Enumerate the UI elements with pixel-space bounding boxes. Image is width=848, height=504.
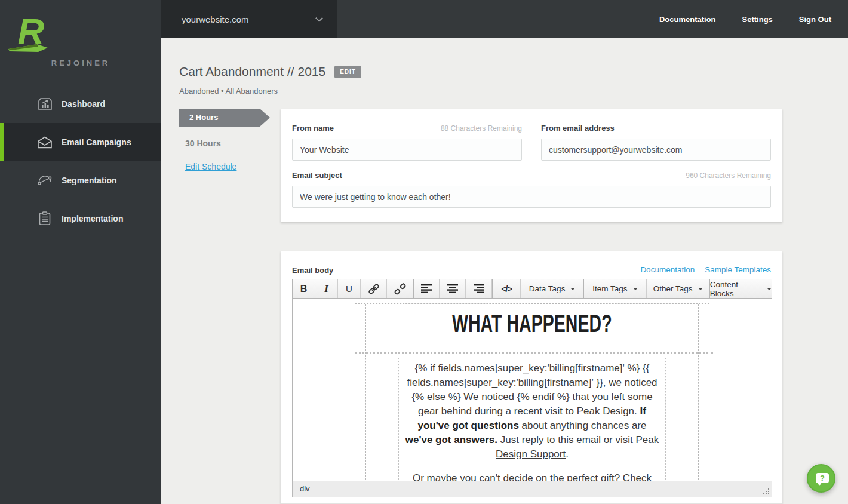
sidebar: R REJOINER Dashboard [0, 0, 161, 504]
page-title-row: Cart Abandonment // 2015 EDIT [179, 64, 361, 79]
remove-link-button[interactable] [387, 279, 413, 298]
page-title: Cart Abandonment // 2015 [179, 64, 325, 79]
site-selector-dropdown[interactable]: yourwebsite.com [161, 0, 337, 38]
from-email-label: From email address [541, 124, 615, 133]
caret-down-icon [633, 288, 638, 290]
align-right-button[interactable] [466, 279, 492, 298]
editor-toolbar: B I U [292, 279, 772, 299]
chat-bubble-icon: ? [816, 473, 829, 483]
other-tags-dropdown[interactable]: Other Tags [647, 279, 709, 298]
sidebar-item-label: Dashboard [62, 99, 105, 109]
rejoiner-logo-icon[interactable]: R [0, 10, 161, 57]
body-text: . [566, 448, 569, 460]
template-divider [355, 352, 713, 354]
data-tags-label: Data Tags [529, 284, 566, 293]
email-body-editor[interactable]: WHAT HAPPENED? {% if fields.names|super_… [292, 299, 772, 481]
page-subtitle: Abandoned • All Abandoners [179, 87, 278, 96]
edit-schedule-link[interactable]: Edit Schedule [185, 162, 236, 171]
template-heading-block: WHAT HAPPENED? [366, 312, 698, 334]
element-path: div [300, 484, 310, 493]
topbar-links: Documentation Settings Sign Out [659, 0, 831, 38]
email-body-card: Email body Documentation Sample Template… [281, 251, 782, 504]
sidebar-item-label: Email Campaigns [62, 137, 131, 147]
brand-name: REJOINER [0, 59, 161, 67]
sidebar-nav: Dashboard Email Campaigns Segmentation [0, 85, 161, 238]
item-tags-label: Item Tags [592, 284, 627, 293]
align-left-button[interactable] [413, 279, 440, 298]
email-heading: WHAT HAPPENED? [452, 312, 612, 334]
help-chat-button[interactable]: ? [807, 464, 835, 493]
svg-text:R: R [18, 11, 45, 52]
chevron-down-icon [315, 14, 323, 22]
body-text: {% if fields.names|super_key:'billing[fi… [407, 362, 657, 417]
editor-status-bar: div [292, 481, 772, 497]
data-tags-dropdown[interactable]: Data Tags [521, 279, 583, 298]
email-body-links: Documentation Sample Templates [640, 265, 771, 274]
site-selector-value: yourwebsite.com [182, 14, 249, 24]
edit-title-button[interactable]: EDIT [334, 66, 361, 78]
template-text-block: {% if fields.names|super_key:'billing[fi… [398, 358, 666, 481]
sender-form-card: From name 88 Characters Remaining From e… [281, 109, 782, 222]
topbar: yourwebsite.com Documentation Settings S… [161, 0, 848, 38]
main-content: Cart Abandonment // 2015 EDIT Abandoned … [161, 38, 848, 504]
sidebar-item-segmentation[interactable]: Segmentation [0, 161, 161, 199]
body-text-bold: we've got answers. [405, 434, 497, 445]
bold-button[interactable]: B [293, 279, 315, 298]
dashboard-chart-icon [37, 96, 53, 112]
sample-templates-link[interactable]: Sample Templates [705, 265, 771, 274]
italic-button[interactable]: I [315, 279, 338, 298]
sign-out-link[interactable]: Sign Out [799, 15, 831, 24]
underline-button[interactable]: U [338, 279, 361, 298]
insert-link-button[interactable] [361, 279, 387, 298]
body-documentation-link[interactable]: Documentation [640, 265, 695, 274]
email-subject-input[interactable] [292, 186, 771, 208]
from-email-input[interactable] [541, 139, 771, 161]
align-center-button[interactable] [440, 279, 466, 298]
content-blocks-label: Content Blocks [710, 280, 761, 298]
documentation-link[interactable]: Documentation [659, 15, 716, 24]
sidebar-item-implementation[interactable]: Implementation [0, 199, 161, 238]
caret-down-icon [767, 288, 772, 290]
schedule-step-30-hours[interactable]: 30 Hours [185, 139, 221, 148]
sidebar-item-email-campaigns[interactable]: Email Campaigns [0, 123, 161, 161]
other-tags-label: Other Tags [653, 284, 693, 293]
envelope-icon [37, 134, 53, 150]
segmentation-icon [37, 173, 53, 188]
settings-link[interactable]: Settings [742, 15, 773, 24]
source-code-button[interactable]: </> [492, 279, 521, 298]
sidebar-item-label: Implementation [62, 214, 123, 223]
email-body-label: Email body [292, 266, 333, 275]
from-name-input[interactable] [292, 139, 522, 161]
sidebar-item-label: Segmentation [62, 176, 117, 185]
caret-down-icon [570, 288, 575, 290]
content-blocks-dropdown[interactable]: Content Blocks [709, 279, 772, 298]
body-text: about anything chances are [519, 420, 647, 431]
body-text: Just reply to this email or visit [497, 434, 635, 445]
sidebar-item-dashboard[interactable]: Dashboard [0, 85, 161, 123]
subject-chars-remaining: 960 Characters Remaining [292, 171, 771, 180]
schedule-step-2-hours[interactable]: 2 Hours [179, 109, 260, 127]
caret-down-icon [698, 288, 703, 290]
item-tags-dropdown[interactable]: Item Tags [583, 279, 646, 298]
body-text-clipped: Or maybe you can't decide on the perfect… [405, 471, 659, 481]
resize-grip[interactable] [768, 493, 769, 494]
clipboard-icon [37, 211, 53, 226]
from-name-chars-remaining: 88 Characters Remaining [292, 124, 522, 133]
